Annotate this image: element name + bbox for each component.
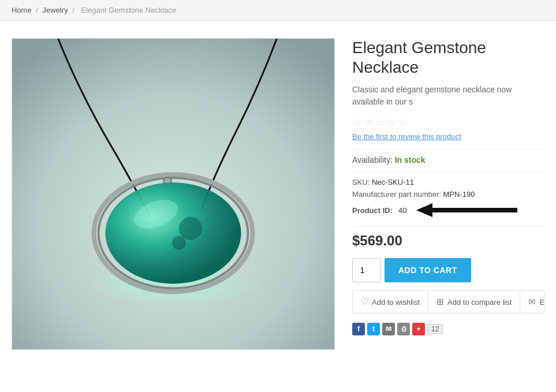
star-5[interactable]: ☆ <box>398 116 408 129</box>
divider-2 <box>352 171 544 172</box>
share-count: 12 <box>427 324 443 334</box>
twitter-share-icon[interactable]: t <box>367 323 380 335</box>
wishlist-label: Add to wishlist <box>372 298 420 307</box>
compare-icon: ⊞ <box>436 297 444 307</box>
star-2[interactable]: ☆ <box>364 116 373 129</box>
compare-label: Add to compare list <box>447 298 512 307</box>
product-image-svg <box>12 39 334 349</box>
availability-label: Availability: <box>352 155 393 165</box>
add-to-cart-row: ADD TO CART <box>352 258 544 282</box>
email-button[interactable]: ✉ Em <box>520 291 544 313</box>
add-to-cart-button[interactable]: ADD TO CART <box>385 258 471 282</box>
mpn-row: Manufacturer part number: MPN-190 <box>352 190 544 199</box>
product-description: Classic and elegant gemstone necklace no… <box>352 84 544 108</box>
sku-label: SKU: <box>352 178 370 186</box>
compare-button[interactable]: ⊞ Add to compare list <box>428 291 520 313</box>
product-id-label: Product ID: <box>352 206 393 215</box>
breadcrumb-category[interactable]: Jewelry <box>43 6 68 14</box>
svg-rect-11 <box>428 208 517 212</box>
svg-marker-12 <box>416 203 432 217</box>
review-link[interactable]: Be the first to review this product <box>352 132 544 141</box>
breadcrumb-sep1: / <box>36 6 38 14</box>
mpn-value: MPN-190 <box>443 190 475 199</box>
product-price: $569.00 <box>352 233 544 249</box>
breadcrumb-home[interactable]: Home <box>12 6 32 14</box>
sku-row: SKU: Nec-SKU-11 <box>352 178 544 186</box>
wishlist-button[interactable]: ♡ Add to wishlist <box>353 291 428 313</box>
divider-1 <box>352 149 544 150</box>
product-id-row: Product ID: 40 <box>352 202 544 218</box>
svg-point-8 <box>179 217 202 240</box>
product-title: Elegant Gemstone Necklace <box>352 38 544 77</box>
plus-share-icon[interactable]: + <box>412 323 425 335</box>
sku-value: Nec-SKU-11 <box>372 178 414 186</box>
print-share-icon[interactable]: ⎙ <box>397 323 410 335</box>
product-page: Elegant Gemstone Necklace Classic and el… <box>0 21 556 367</box>
star-4[interactable]: ☆ <box>387 116 396 129</box>
svg-point-9 <box>172 236 186 250</box>
email-icon: ✉ <box>528 297 536 307</box>
product-image <box>12 38 335 350</box>
availability-row: Availability: In stock <box>352 155 544 165</box>
breadcrumb-current: Elegant Gemstone Necklace <box>81 6 177 14</box>
product-image-column <box>12 38 335 350</box>
email-share-icon[interactable]: ✉ <box>382 323 395 335</box>
product-id-value: 40 <box>398 206 406 215</box>
action-buttons-row: ♡ Add to wishlist ⊞ Add to compare list … <box>352 290 544 313</box>
facebook-share-icon[interactable]: f <box>352 323 365 335</box>
divider-3 <box>352 226 544 227</box>
product-details-column: Elegant Gemstone Necklace Classic and el… <box>352 38 544 350</box>
social-share-row: f t ✉ ⎙ + 12 <box>352 323 544 335</box>
mpn-label: Manufacturer part number: <box>352 190 441 199</box>
star-3[interactable]: ☆ <box>375 116 385 129</box>
arrow-icon <box>416 202 526 218</box>
availability-value: In stock <box>395 155 426 165</box>
heart-icon: ♡ <box>361 297 368 307</box>
star-1[interactable]: ☆ <box>352 116 361 129</box>
svg-point-6 <box>105 182 241 283</box>
breadcrumb-sep2: / <box>72 6 74 14</box>
star-rating[interactable]: ☆ ☆ ☆ ☆ ☆ <box>352 116 544 129</box>
quantity-input[interactable] <box>352 258 381 282</box>
email-label: Em <box>539 298 544 307</box>
breadcrumb: Home / Jewelry / Elegant Gemstone Neckla… <box>0 0 556 21</box>
